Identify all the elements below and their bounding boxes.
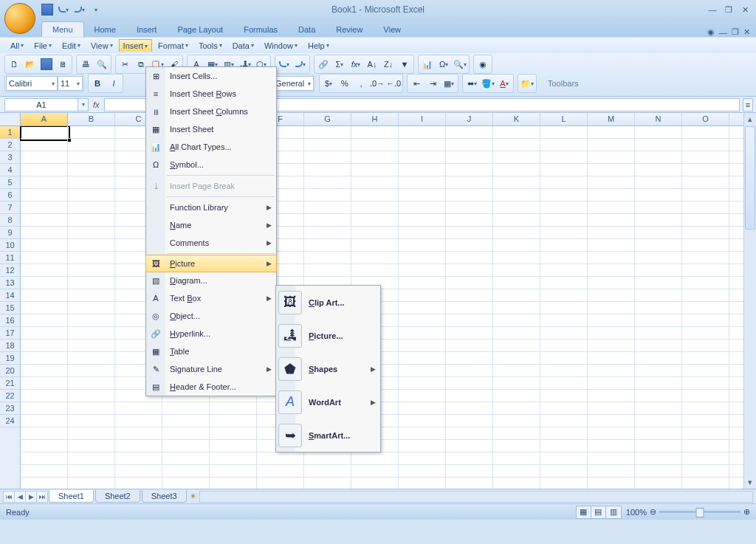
italic-icon[interactable]: I	[106, 75, 122, 92]
ribbon-tab-view[interactable]: View	[373, 22, 411, 37]
window-minimize-icon[interactable]: —	[706, 4, 719, 15]
comma-icon[interactable]: ,	[353, 75, 369, 92]
menu-tools[interactable]: Tools ▾	[194, 39, 227, 52]
sheet-nav-last-icon[interactable]: ⏭	[36, 491, 48, 503]
menu-all[interactable]: All ▾	[6, 39, 28, 52]
row-header[interactable]: 7	[0, 202, 20, 214]
scroll-up-icon[interactable]: ▴	[744, 113, 756, 125]
row-header[interactable]: 12	[0, 264, 20, 277]
ribbon-tab-menu[interactable]: Menu	[41, 21, 84, 37]
zoom-level[interactable]: 100%	[626, 508, 647, 517]
menu-data[interactable]: Data ▾	[228, 39, 258, 52]
borders-icon[interactable]: ▦▾	[441, 75, 457, 92]
undo-icon[interactable]: ▾	[276, 56, 292, 72]
fill-color-icon[interactable]: 🪣▾	[480, 75, 496, 92]
qat-save-icon[interactable]	[41, 4, 53, 16]
column-header[interactable]: G	[304, 113, 351, 125]
sheet-tab[interactable]: Sheet2	[95, 490, 140, 503]
row-header[interactable]: 19	[0, 352, 20, 365]
column-header[interactable]: I	[399, 113, 446, 125]
ribbon-tab-home[interactable]: Home	[84, 22, 126, 37]
menu-item-picture[interactable]: 🖼Picture▶	[145, 255, 277, 272]
menu-item-signature-line[interactable]: ✎Signature Line▶	[146, 360, 276, 378]
row-header[interactable]: 11	[0, 252, 20, 264]
row-header[interactable]: 9	[0, 227, 20, 239]
function-icon[interactable]: fx▾	[348, 56, 364, 72]
row-header[interactable]: 22	[0, 390, 20, 402]
menu-item-diagram[interactable]: ▧Diagram...	[146, 272, 276, 289]
menu-item-all-chart-types[interactable]: 📊All Chart Types...	[146, 138, 276, 156]
column-header[interactable]: B	[68, 113, 115, 125]
view-pagelayout-icon[interactable]: ▤	[591, 506, 606, 518]
row-headers[interactable]: 123456789101112131415161718192021222324	[0, 126, 21, 489]
menu-file[interactable]: File ▾	[30, 39, 56, 52]
column-header[interactable]: N	[635, 113, 682, 125]
ribbon-tab-review[interactable]: Review	[326, 22, 373, 37]
menu-help[interactable]: Help ▾	[303, 39, 334, 52]
row-header[interactable]: 20	[0, 365, 20, 377]
submenu-item-picture[interactable]: 🏞Picture...	[276, 319, 380, 352]
hyperlink-icon[interactable]: 🔗	[315, 56, 331, 72]
qat-redo-icon[interactable]: ▾	[74, 4, 86, 16]
row-header[interactable]: 1	[0, 126, 20, 139]
mdi-restore-icon[interactable]: ❐	[732, 27, 739, 37]
column-header[interactable]: O	[682, 113, 729, 125]
sheet-tab[interactable]: Sheet3	[142, 490, 187, 503]
font-color-icon[interactable]: A▾	[496, 75, 512, 92]
dec-decimal-icon[interactable]: ←.0	[385, 75, 402, 92]
currency-icon[interactable]: $▾	[320, 75, 337, 92]
row-header[interactable]: 14	[0, 289, 20, 302]
merge-icon[interactable]: ⬌▾	[464, 75, 480, 92]
mdi-minimize-icon[interactable]: —	[719, 28, 727, 37]
menu-item-hyperlink[interactable]: 🔗Hyperlink...	[146, 325, 276, 342]
menu-item-function-library[interactable]: Function Library▶	[146, 199, 276, 216]
percent-icon[interactable]: %	[337, 75, 353, 92]
name-box-dropdown[interactable]: ▾	[78, 98, 89, 111]
menu-item-insert-sheet-columns[interactable]: ⫼Insert Sheet Columns	[146, 103, 276, 120]
menu-item-header-footer[interactable]: ▤Header & Footer...	[146, 378, 276, 396]
row-header[interactable]: 6	[0, 189, 20, 202]
row-header[interactable]: 21	[0, 377, 20, 390]
more-tools-icon[interactable]: 📁▾	[519, 75, 535, 92]
row-header[interactable]: 15	[0, 302, 20, 314]
zoom-in-icon[interactable]: ⊕	[743, 507, 750, 517]
column-header[interactable]: M	[588, 113, 635, 125]
menu-item-symbol[interactable]: ΩSymbol...	[146, 156, 276, 173]
view-pagebreak-icon[interactable]: ▥	[606, 506, 621, 518]
column-header[interactable]: A	[21, 113, 68, 125]
ribbon-tab-page-layout[interactable]: Page Layout	[167, 22, 233, 37]
menu-item-name[interactable]: Name▶	[146, 216, 276, 234]
menu-item-comments[interactable]: Comments▶	[146, 234, 276, 252]
ribbon-tab-data[interactable]: Data	[288, 22, 326, 37]
sheet-nav-next-icon[interactable]: ▶	[25, 491, 37, 503]
help-btn-icon[interactable]: ◉	[475, 56, 491, 72]
vertical-scrollbar[interactable]: ▴ ▾	[743, 113, 756, 489]
row-header[interactable]: 23	[0, 402, 20, 415]
formula-bar-expand-icon[interactable]: ≡	[743, 98, 753, 111]
menu-edit[interactable]: Edit ▾	[58, 39, 85, 52]
column-header[interactable]: L	[540, 113, 588, 125]
bold-icon[interactable]: B	[89, 75, 106, 92]
window-close-icon[interactable]: ✕	[738, 4, 752, 15]
redo-icon[interactable]: ▾	[292, 56, 309, 72]
column-headers[interactable]: ABCDEFGHIJKLMNO	[21, 113, 743, 126]
horizontal-scrollbar[interactable]	[199, 491, 753, 503]
sortdesc-icon[interactable]: Z↓	[380, 56, 396, 72]
column-header[interactable]: H	[351, 113, 399, 125]
scroll-down-icon[interactable]: ▾	[744, 476, 756, 489]
menu-item-insert-sheet-rows[interactable]: ≡Insert Sheet Rows	[146, 85, 276, 103]
preview-icon[interactable]: 🔍	[94, 56, 110, 72]
row-header[interactable]: 13	[0, 277, 20, 289]
column-header[interactable]: K	[493, 113, 540, 125]
autosum-icon[interactable]: Σ▾	[331, 56, 348, 72]
menu-insert[interactable]: Insert ▾	[119, 39, 153, 52]
menu-item-table[interactable]: ▦Table	[146, 342, 276, 360]
new-icon[interactable]: 🗋	[6, 56, 22, 72]
menu-item-object[interactable]: ◎Object...	[146, 307, 276, 325]
sheet-nav-first-icon[interactable]: ⏮	[3, 491, 15, 503]
row-header[interactable]: 3	[0, 151, 20, 164]
column-header[interactable]: J	[446, 113, 493, 125]
view-normal-icon[interactable]: ▦	[577, 506, 591, 518]
fx-icon[interactable]: fx	[93, 100, 100, 109]
cut-icon[interactable]: ✂	[117, 56, 133, 72]
